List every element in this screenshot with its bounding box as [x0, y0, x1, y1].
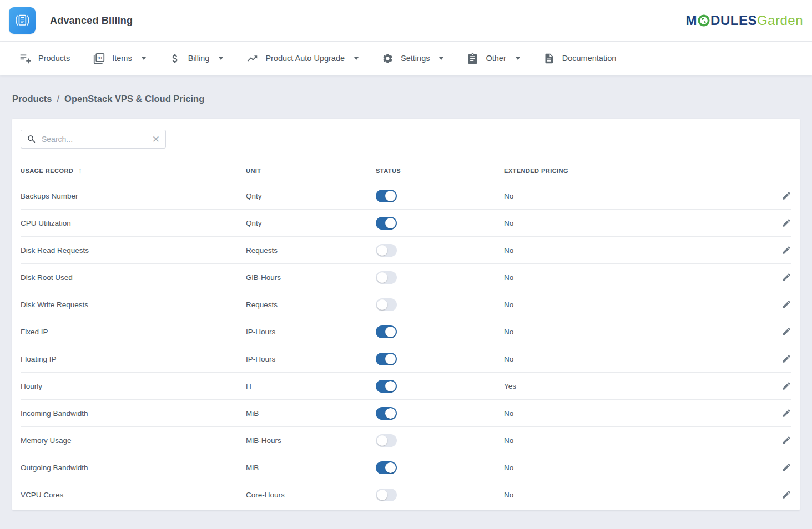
toggle-knob: [377, 490, 387, 500]
extended-pricing-cell: No: [504, 301, 765, 309]
trending-up-icon: [246, 53, 258, 64]
toggle-knob: [385, 218, 396, 228]
unit-cell: Requests: [246, 246, 376, 255]
usage-record-cell: Backups Number: [21, 192, 246, 200]
usage-record-cell: Disk Read Requests: [21, 246, 246, 255]
chevron-down-icon: [439, 57, 443, 60]
chevron-down-icon: [354, 57, 359, 60]
unit-cell: IP-Hours: [246, 328, 376, 336]
toggle-knob: [377, 245, 387, 256]
edit-icon[interactable]: [781, 299, 791, 309]
search-icon: [27, 134, 37, 144]
modulesgarden-logo[interactable]: M DULES Garden: [686, 14, 803, 27]
toggle-knob: [385, 462, 396, 473]
table-header-row: Usage Record ↑ Unit Status Extended Pric…: [21, 160, 791, 182]
extended-pricing-cell: No: [504, 436, 765, 445]
status-cell: [376, 244, 504, 257]
status-cell: [376, 325, 504, 338]
svg-text:9+: 9+: [98, 55, 103, 60]
table-row: Disk Root Used GiB-Hours No: [21, 263, 791, 291]
unit-cell: Core-Hours: [246, 491, 376, 499]
extended-pricing-cell: Yes: [504, 382, 765, 390]
nav-item-items[interactable]: 9+ Items: [82, 42, 157, 75]
close-icon[interactable]: ✕: [152, 135, 160, 144]
status-toggle[interactable]: [376, 434, 397, 447]
pricing-table-card: ✕ Usage Record ↑ Unit Status Extended Pr…: [12, 119, 800, 510]
extended-pricing-cell: No: [504, 192, 765, 200]
breadcrumb-separator: /: [57, 94, 60, 104]
edit-cell: [765, 191, 791, 201]
toggle-knob: [385, 191, 396, 201]
nav-item-billing[interactable]: Billing: [158, 42, 235, 75]
usage-record-cell: CPU Utilization: [21, 219, 246, 227]
status-cell: [376, 353, 504, 365]
unit-cell: MiB-Hours: [246, 436, 376, 445]
status-toggle[interactable]: [376, 217, 397, 230]
status-toggle[interactable]: [376, 298, 397, 311]
status-cell: [376, 217, 504, 230]
edit-icon[interactable]: [781, 462, 791, 472]
edit-icon[interactable]: [781, 245, 791, 255]
edit-cell: [765, 462, 791, 472]
usage-record-cell: Disk Root Used: [21, 273, 246, 282]
edit-icon[interactable]: [781, 354, 791, 364]
status-toggle[interactable]: [376, 489, 397, 501]
extended-pricing-cell: No: [504, 464, 765, 472]
breadcrumb-products-link[interactable]: Products: [12, 94, 52, 104]
status-toggle[interactable]: [376, 461, 397, 474]
status-cell: [376, 271, 504, 284]
edit-icon[interactable]: [781, 381, 791, 391]
table-row: Outgoing Bandwidth MiB No: [21, 454, 791, 481]
edit-cell: [765, 354, 791, 364]
chevron-down-icon: [219, 57, 223, 60]
unit-cell: Requests: [246, 301, 376, 309]
table-row: Backups Number Qnty No: [21, 182, 791, 209]
edit-icon[interactable]: [781, 218, 791, 228]
status-cell: [376, 380, 504, 393]
usage-record-cell: Memory Usage: [21, 436, 246, 445]
search-input[interactable]: [42, 135, 147, 144]
edit-icon[interactable]: [781, 191, 791, 201]
toggle-knob: [385, 354, 396, 364]
status-toggle[interactable]: [376, 244, 397, 257]
status-toggle[interactable]: [376, 353, 397, 365]
extended-pricing-cell: No: [504, 273, 765, 282]
status-toggle[interactable]: [376, 407, 397, 420]
status-cell: [376, 298, 504, 311]
extended-pricing-cell: No: [504, 219, 765, 227]
unit-cell: MiB: [246, 409, 376, 418]
clipboard-icon: [467, 53, 478, 64]
nav-item-settings[interactable]: Settings: [370, 42, 455, 75]
unit-cell: Qnty: [246, 219, 376, 227]
nav-item-product-auto-upgrade[interactable]: Product Auto Upgrade: [235, 42, 370, 75]
status-toggle[interactable]: [376, 271, 397, 284]
usage-record-cell: Outgoing Bandwidth: [21, 464, 246, 472]
status-cell: [376, 489, 504, 501]
toggle-knob: [377, 299, 387, 310]
table-row: Floating IP IP-Hours No: [21, 345, 791, 372]
nav-item-other[interactable]: Other: [455, 42, 531, 75]
column-header-usage-record[interactable]: Usage Record ↑: [21, 167, 246, 175]
usage-record-cell: Incoming Bandwidth: [21, 409, 246, 418]
edit-icon[interactable]: [781, 435, 791, 445]
edit-icon[interactable]: [781, 327, 791, 337]
toggle-knob: [377, 272, 387, 283]
edit-icon[interactable]: [781, 408, 791, 418]
edit-icon[interactable]: [781, 272, 791, 282]
column-header-unit[interactable]: Unit: [246, 167, 376, 174]
table-row: Memory Usage MiB-Hours No: [21, 426, 791, 454]
status-toggle[interactable]: [376, 380, 397, 393]
unit-cell: IP-Hours: [246, 355, 376, 363]
extended-pricing-cell: No: [504, 355, 765, 363]
edit-icon[interactable]: [781, 490, 791, 500]
chevron-down-icon: [516, 57, 520, 60]
column-header-extended-pricing[interactable]: Extended Pricing: [504, 167, 765, 174]
nav-item-products[interactable]: Products: [8, 42, 82, 75]
main-nav: Products 9+ Items Billing Product Auto U…: [0, 42, 812, 75]
column-header-status[interactable]: Status: [376, 167, 504, 174]
nav-item-documentation[interactable]: Documentation: [532, 42, 628, 75]
toggle-knob: [385, 381, 396, 391]
status-toggle[interactable]: [376, 325, 397, 338]
status-toggle[interactable]: [376, 190, 397, 202]
extended-pricing-cell: No: [504, 491, 765, 499]
